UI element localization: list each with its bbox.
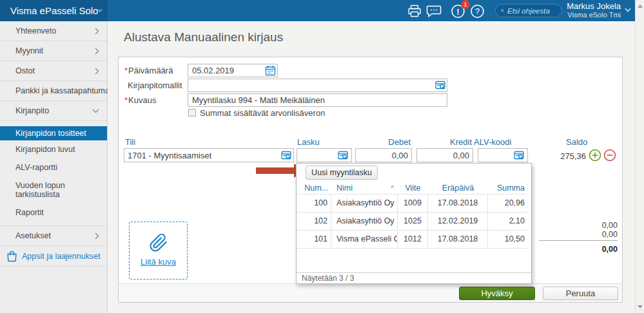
remove-row-button[interactable] (603, 149, 616, 162)
invoice-due-date: 17.08.2018 (428, 194, 488, 212)
attach-image-button[interactable]: Liitä kuva (129, 222, 188, 280)
invoice-amount: 10,50 (488, 231, 527, 248)
required-marker: * (124, 95, 128, 105)
invoice-number: 100 (297, 194, 331, 212)
help-button[interactable]: ? (469, 3, 485, 19)
vat-checkbox[interactable] (188, 109, 196, 117)
invoice-row[interactable]: 102 Asiakasyhtiö Oy 1025 12.02.2019 2,10 (297, 213, 527, 231)
saldo-value: 275,36 (538, 151, 586, 161)
column-header-alv-koodi: ALV-koodi (474, 137, 511, 147)
sidebar-item-vuoden-lopun-tarkistuslista[interactable]: Vuoden lopun tarkistuslista (0, 176, 107, 204)
invoice-customer: Asiakasyhtiö Oy (331, 213, 398, 230)
invoice-due-date: 17.08.2018 (428, 231, 488, 248)
invoice-row[interactable]: 101 Visma ePasseli Oy 1012 17.08.2018 10… (297, 231, 527, 249)
chat-button[interactable] (425, 3, 442, 19)
template-label: Kirjanpitomallit (128, 81, 182, 90)
chat-icon (426, 4, 442, 18)
user-menu[interactable]: Markus Jokela Visma eSolo Tmi (567, 1, 621, 19)
kredit-input[interactable] (416, 148, 473, 162)
minus-icon (603, 149, 616, 162)
tili-input[interactable] (124, 148, 294, 162)
user-company: Visma eSolo Tmi (567, 11, 621, 19)
sidebar-item-raportit[interactable]: Raportit (0, 204, 107, 222)
alv-search-button[interactable] (514, 151, 524, 160)
help-search-input[interactable] (507, 7, 556, 15)
invoice-row[interactable]: 100 Asiakasyhtiö Oy 1009 17.08.2018 20,9… (297, 194, 527, 213)
sidebar: Yhteenveto Myynnit Ostot Pankki ja kassa… (0, 21, 108, 313)
cancel-button[interactable]: Peruuta (543, 287, 618, 300)
chevron-right-icon (95, 28, 99, 35)
new-invoice-button[interactable]: Uusi myyntilasku (306, 166, 378, 180)
lasku-search-button[interactable] (338, 151, 348, 160)
sidebar-item-appsit-ja-laajennukset[interactable]: Appsit ja laajennukset (0, 246, 107, 267)
column-header-numero[interactable]: Num... (297, 184, 331, 194)
sidebar-item-asetukset[interactable]: Asetukset (0, 226, 107, 246)
user-name: Markus Jokela (567, 1, 621, 11)
invoice-customer: Visma ePasseli Oy (331, 231, 398, 248)
invoice-table-header: Num... Nimi^ Viite Eräpäivä Summa (297, 184, 527, 194)
table-search-icon (514, 151, 524, 160)
plus-icon (589, 149, 601, 162)
invoice-dropdown-panel: Uusi myyntilasku Num... Nimi^ Viite Eräp… (296, 163, 532, 284)
chevron-right-icon (95, 48, 99, 55)
notifications-button[interactable]: ! 1 (449, 3, 466, 19)
printer-icon (407, 5, 422, 17)
scrollbar-up-button[interactable] (638, 5, 643, 8)
print-button[interactable] (406, 3, 423, 19)
required-marker: * (124, 66, 128, 75)
sidebar-item-kirjanpidon-luvut[interactable]: Kirjanpidon luvut (0, 140, 107, 158)
template-input[interactable] (188, 79, 447, 92)
card-footer: Hyväksy Peruuta (119, 283, 622, 302)
tili-search-button[interactable] (281, 151, 291, 160)
debet-input[interactable] (355, 148, 412, 162)
page-title: Alustava Manuaalinen kirjaus (124, 30, 283, 44)
sidebar-item-label: Ostot (15, 66, 35, 75)
totals-divider (539, 240, 618, 241)
sidebar-item-label: Pankki ja kassatapahtumat (15, 86, 112, 95)
column-header-kredit: Kredit (416, 137, 472, 147)
sidebar-item-label: Appsit ja laajennukset (22, 252, 101, 261)
debet-total: 0,00 (527, 221, 618, 230)
attach-image-label: Liitä kuva (130, 257, 187, 267)
column-header-nimi[interactable]: Nimi^ (331, 184, 398, 194)
sidebar-item-alv-raportti[interactable]: ALV-raportti (0, 158, 107, 176)
sidebar-item-label: Yhteenveto (15, 26, 56, 35)
vat-checkbox-label: Summat sisältävät arvonlisäveron (200, 108, 325, 118)
table-search-icon (435, 81, 445, 90)
scrollbar-down-button[interactable] (638, 305, 643, 308)
calendar-icon (265, 65, 276, 76)
sidebar-item-label: Asetukset (15, 231, 51, 240)
description-input[interactable] (188, 93, 447, 107)
kredit-total: 0,00 (527, 230, 618, 239)
column-header-viite[interactable]: Viite (398, 184, 428, 194)
accept-button[interactable]: Hyväksy (459, 287, 535, 300)
entry-card: *Päivämäärä Kirjanpitomallit (118, 57, 623, 303)
invoice-reference: 1012 (398, 231, 428, 248)
chevron-right-icon (95, 68, 99, 75)
page-scrollbar[interactable] (635, 0, 644, 313)
date-input[interactable] (188, 64, 278, 77)
template-search-button[interactable] (435, 81, 445, 90)
calendar-button[interactable] (265, 65, 276, 76)
sidebar-item-kirjanpito[interactable]: Kirjanpito (0, 101, 107, 121)
sidebar-item-ostot[interactable]: Ostot (0, 61, 107, 81)
app-menu[interactable]: Visma ePasseli Solo (0, 0, 108, 21)
shopping-bag-icon (6, 251, 17, 262)
sidebar-item-myynnit[interactable]: Myynnit (0, 41, 107, 61)
sidebar-item-kirjanpidon-tositteet[interactable]: Kirjanpidon tositteet (0, 126, 107, 140)
invoice-table: Num... Nimi^ Viite Eräpäivä Summa 100 As… (297, 184, 527, 249)
date-label: Päivämäärä (128, 66, 173, 75)
sidebar-item-label: Myynnit (15, 46, 43, 55)
column-header-erapaiva[interactable]: Eräpäivä (428, 184, 488, 194)
kirjanpito-submenu: Kirjanpidon tositteet Kirjanpidon luvut … (0, 121, 107, 226)
sidebar-item-yhteenveto[interactable]: Yhteenveto (0, 21, 107, 41)
column-header-saldo: Saldo (566, 137, 587, 147)
app-title: Visma ePasseli Solo (10, 5, 98, 16)
column-header-summa[interactable]: Summa (488, 184, 527, 194)
sidebar-item-pankki[interactable]: Pankki ja kassatapahtumat (0, 81, 107, 101)
add-row-button[interactable] (589, 149, 601, 162)
column-header-tili: Tili (125, 137, 135, 147)
date-label-row: *Päivämäärä (124, 66, 173, 75)
svg-text:?: ? (474, 6, 479, 16)
annotation-arrow (256, 167, 294, 174)
